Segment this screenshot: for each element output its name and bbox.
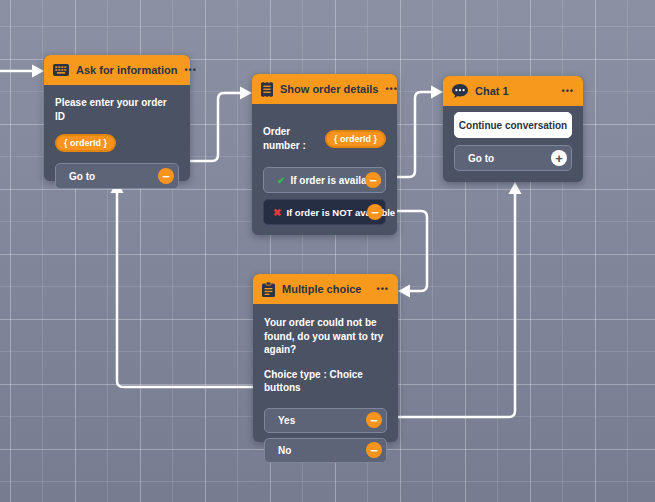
connector-no-to-chat[interactable] [396,182,522,417]
choice-type-text: Choice type : Choice buttons [264,368,387,395]
variable-tag: { orderId } [55,134,116,152]
keyboard-icon [53,64,69,76]
more-options-icon[interactable]: ••• [184,65,196,75]
more-options-icon[interactable]: ••• [385,84,397,94]
node-title: Chat 1 [475,85,555,97]
node-show-order-details[interactable]: Show order details ••• Order number : { … [252,74,397,235]
node-header[interactable]: Multiple choice ••• [253,274,398,304]
minus-icon: − [370,444,378,457]
remove-connection-port[interactable]: − [367,204,383,220]
remove-connection-port[interactable]: − [158,168,174,184]
chat-bubble-icon [452,84,468,98]
minus-icon: − [371,206,379,219]
connector-yes-to-ask[interactable] [111,181,256,387]
question-text: Please enter your order ID [55,96,179,123]
node-title: Multiple choice [282,283,370,295]
button-label: Yes [278,415,295,426]
node-multiple-choice[interactable]: Multiple choice ••• Your order could not… [253,274,398,442]
minus-icon: − [369,174,377,187]
check-icon: ✔ [277,175,285,186]
clipboard-icon [262,282,275,297]
remove-connection-port[interactable]: − [366,412,382,428]
connector-ask-goto-to-details[interactable] [186,87,252,162]
choice-no-button[interactable]: No − [264,438,387,463]
condition-not-available-button[interactable]: ✖ If order is NOT available − [263,199,386,225]
button-label: Continue conversation [459,120,567,131]
choice-yes-button[interactable]: Yes − [264,408,387,433]
condition-available-button[interactable]: ✔ If order is available − [263,167,386,193]
minus-icon: − [370,414,378,427]
add-connection-port[interactable]: + [551,150,567,166]
more-options-icon[interactable]: ••• [562,86,574,96]
node-body: Please enter your order ID { orderId } G… [44,96,190,197]
receipt-icon [261,82,273,97]
minus-icon: − [162,170,170,183]
node-chat-1[interactable]: Chat 1 ••• Continue conversation Go to + [443,76,583,182]
node-title: Ask for information [76,64,177,76]
field-label: Order number : [263,125,320,152]
button-label: Go to [69,171,95,182]
field-line: Order number : { orderId } [263,125,386,152]
button-label: Go to [468,153,494,164]
node-header[interactable]: Ask for information ••• [44,55,190,85]
connector-not-available-to-choice[interactable] [395,211,427,298]
connector-incoming-to-ask[interactable] [0,65,44,78]
variable-tag-row: { orderId } [55,132,179,152]
remove-connection-port[interactable]: − [366,442,382,458]
goto-button[interactable]: Go to + [454,145,572,171]
remove-connection-port[interactable]: − [365,172,381,188]
node-ask-for-information[interactable]: Ask for information ••• Please enter you… [44,55,190,181]
button-label: No [278,445,291,456]
question-text: Your order could not be found, do you wa… [264,316,387,357]
goto-button[interactable]: Go to − [55,163,179,189]
node-header[interactable]: Chat 1 ••• [443,76,583,106]
node-header[interactable]: Show order details ••• [252,74,397,104]
continue-conversation-button[interactable]: Continue conversation [454,112,572,138]
more-options-icon[interactable]: ••• [377,284,389,294]
plus-icon: + [555,152,563,165]
flow-canvas: Ask for information ••• Please enter you… [0,0,655,502]
node-title: Show order details [280,83,378,95]
node-body: Continue conversation Go to + [443,112,583,179]
variable-tag: { orderId } [325,130,386,148]
node-body: Your order could not be found, do you wa… [253,316,398,471]
node-body: Order number : { orderId } ✔ If order is… [252,125,397,233]
cross-icon: ✖ [273,207,281,218]
connector-available-to-chat[interactable] [395,86,443,178]
